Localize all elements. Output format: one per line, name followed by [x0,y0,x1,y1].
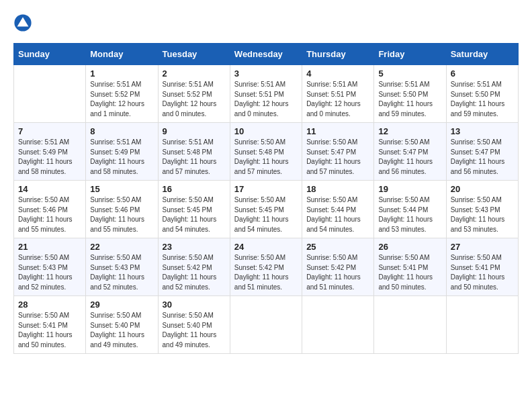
calendar-cell: 21Sunrise: 5:50 AM Sunset: 5:43 PM Dayli… [14,238,86,296]
day-number: 12 [378,126,441,136]
calendar-cell: 30Sunrise: 5:50 AM Sunset: 5:40 PM Dayli… [158,296,230,354]
calendar-cell: 26Sunrise: 5:50 AM Sunset: 5:41 PM Dayli… [374,238,446,296]
day-number: 10 [234,126,298,136]
day-number: 25 [306,242,369,252]
calendar-cell: 16Sunrise: 5:50 AM Sunset: 5:45 PM Dayli… [158,181,230,238]
day-info: Sunrise: 5:50 AM Sunset: 5:42 PM Dayligh… [234,253,298,292]
day-info: Sunrise: 5:50 AM Sunset: 5:42 PM Dayligh… [163,253,226,292]
day-number: 1 [90,68,153,79]
day-number: 19 [378,184,441,194]
calendar-cell: 3Sunrise: 5:51 AM Sunset: 5:51 PM Daylig… [230,65,302,123]
day-info: Sunrise: 5:50 AM Sunset: 5:45 PM Dayligh… [234,195,298,234]
calendar-cell: 23Sunrise: 5:50 AM Sunset: 5:42 PM Dayli… [158,238,230,296]
day-number: 11 [306,126,369,136]
day-number: 22 [90,242,153,252]
day-info: Sunrise: 5:50 AM Sunset: 5:44 PM Dayligh… [378,195,441,234]
day-number: 5 [378,68,441,79]
day-number: 21 [18,242,81,252]
calendar-week-4: 21Sunrise: 5:50 AM Sunset: 5:43 PM Dayli… [14,238,519,296]
day-number: 17 [234,184,298,194]
calendar-week-3: 14Sunrise: 5:50 AM Sunset: 5:46 PM Dayli… [14,181,519,238]
calendar-header-row: SundayMondayTuesdayWednesdayThursdayFrid… [14,44,519,65]
day-info: Sunrise: 5:51 AM Sunset: 5:51 PM Dayligh… [234,80,298,119]
calendar-week-5: 28Sunrise: 5:50 AM Sunset: 5:41 PM Dayli… [14,296,519,354]
calendar-cell: 25Sunrise: 5:50 AM Sunset: 5:42 PM Dayli… [302,238,374,296]
page-header [13,13,519,32]
day-number: 7 [18,126,81,136]
calendar-cell: 24Sunrise: 5:50 AM Sunset: 5:42 PM Dayli… [230,238,302,296]
day-info: Sunrise: 5:51 AM Sunset: 5:50 PM Dayligh… [451,80,514,119]
logo-icon [13,13,32,32]
day-number: 23 [163,242,226,252]
calendar-cell: 6Sunrise: 5:51 AM Sunset: 5:50 PM Daylig… [446,65,518,123]
column-header-saturday: Saturday [446,44,518,65]
day-number: 14 [18,184,81,194]
calendar-cell: 7Sunrise: 5:51 AM Sunset: 5:49 PM Daylig… [14,123,86,181]
day-number: 16 [163,184,226,194]
calendar-cell: 13Sunrise: 5:50 AM Sunset: 5:47 PM Dayli… [446,123,518,181]
column-header-thursday: Thursday [302,44,374,65]
logo [13,13,34,32]
day-info: Sunrise: 5:51 AM Sunset: 5:49 PM Dayligh… [18,138,81,177]
calendar-cell: 14Sunrise: 5:50 AM Sunset: 5:46 PM Dayli… [14,181,86,238]
day-info: Sunrise: 5:50 AM Sunset: 5:47 PM Dayligh… [378,138,441,177]
day-info: Sunrise: 5:50 AM Sunset: 5:41 PM Dayligh… [451,253,514,292]
column-header-wednesday: Wednesday [230,44,302,65]
day-number: 18 [306,184,369,194]
calendar-cell: 15Sunrise: 5:50 AM Sunset: 5:46 PM Dayli… [86,181,158,238]
day-number: 29 [90,300,153,310]
calendar-week-2: 7Sunrise: 5:51 AM Sunset: 5:49 PM Daylig… [14,123,519,181]
calendar-week-1: 1Sunrise: 5:51 AM Sunset: 5:52 PM Daylig… [14,65,519,123]
day-info: Sunrise: 5:51 AM Sunset: 5:49 PM Dayligh… [90,138,153,177]
day-info: Sunrise: 5:51 AM Sunset: 5:50 PM Dayligh… [378,80,441,119]
day-info: Sunrise: 5:50 AM Sunset: 5:47 PM Dayligh… [451,138,514,177]
day-info: Sunrise: 5:50 AM Sunset: 5:43 PM Dayligh… [451,195,514,234]
calendar-cell: 20Sunrise: 5:50 AM Sunset: 5:43 PM Dayli… [446,181,518,238]
day-info: Sunrise: 5:51 AM Sunset: 5:48 PM Dayligh… [163,138,226,177]
day-number: 9 [163,126,226,136]
calendar-cell: 19Sunrise: 5:50 AM Sunset: 5:44 PM Dayli… [374,181,446,238]
day-number: 6 [451,68,514,79]
day-number: 28 [18,300,81,310]
day-info: Sunrise: 5:50 AM Sunset: 5:46 PM Dayligh… [90,195,153,234]
day-info: Sunrise: 5:51 AM Sunset: 5:52 PM Dayligh… [163,80,226,119]
calendar-cell: 28Sunrise: 5:50 AM Sunset: 5:41 PM Dayli… [14,296,86,354]
day-number: 30 [163,300,226,310]
day-number: 4 [306,68,369,79]
day-number: 2 [163,68,226,79]
day-number: 15 [90,184,153,194]
day-number: 20 [451,184,514,194]
day-number: 24 [234,242,298,252]
column-header-monday: Monday [86,44,158,65]
calendar-cell: 18Sunrise: 5:50 AM Sunset: 5:44 PM Dayli… [302,181,374,238]
calendar-cell: 2Sunrise: 5:51 AM Sunset: 5:52 PM Daylig… [158,65,230,123]
day-info: Sunrise: 5:50 AM Sunset: 5:46 PM Dayligh… [18,195,81,234]
calendar-cell: 4Sunrise: 5:51 AM Sunset: 5:51 PM Daylig… [302,65,374,123]
day-info: Sunrise: 5:51 AM Sunset: 5:51 PM Dayligh… [306,80,369,119]
calendar-cell: 27Sunrise: 5:50 AM Sunset: 5:41 PM Dayli… [446,238,518,296]
day-info: Sunrise: 5:50 AM Sunset: 5:45 PM Dayligh… [163,195,226,234]
calendar-cell: 9Sunrise: 5:51 AM Sunset: 5:48 PM Daylig… [158,123,230,181]
calendar-cell: 8Sunrise: 5:51 AM Sunset: 5:49 PM Daylig… [86,123,158,181]
calendar-cell [302,296,374,354]
day-number: 27 [451,242,514,252]
calendar-cell [374,296,446,354]
day-info: Sunrise: 5:50 AM Sunset: 5:40 PM Dayligh… [90,311,153,350]
day-number: 8 [90,126,153,136]
calendar-cell: 12Sunrise: 5:50 AM Sunset: 5:47 PM Dayli… [374,123,446,181]
day-info: Sunrise: 5:50 AM Sunset: 5:41 PM Dayligh… [18,311,81,350]
day-info: Sunrise: 5:50 AM Sunset: 5:43 PM Dayligh… [18,253,81,292]
calendar-cell: 29Sunrise: 5:50 AM Sunset: 5:40 PM Dayli… [86,296,158,354]
calendar-table: SundayMondayTuesdayWednesdayThursdayFrid… [13,43,519,354]
day-info: Sunrise: 5:50 AM Sunset: 5:40 PM Dayligh… [163,311,226,350]
day-number: 26 [378,242,441,252]
calendar-body: 1Sunrise: 5:51 AM Sunset: 5:52 PM Daylig… [14,65,519,354]
calendar-cell: 1Sunrise: 5:51 AM Sunset: 5:52 PM Daylig… [86,65,158,123]
calendar-cell [230,296,302,354]
day-info: Sunrise: 5:50 AM Sunset: 5:47 PM Dayligh… [306,138,369,177]
day-info: Sunrise: 5:50 AM Sunset: 5:42 PM Dayligh… [306,253,369,292]
column-header-tuesday: Tuesday [158,44,230,65]
calendar-cell: 5Sunrise: 5:51 AM Sunset: 5:50 PM Daylig… [374,65,446,123]
calendar-cell [14,65,86,123]
column-header-sunday: Sunday [14,44,86,65]
